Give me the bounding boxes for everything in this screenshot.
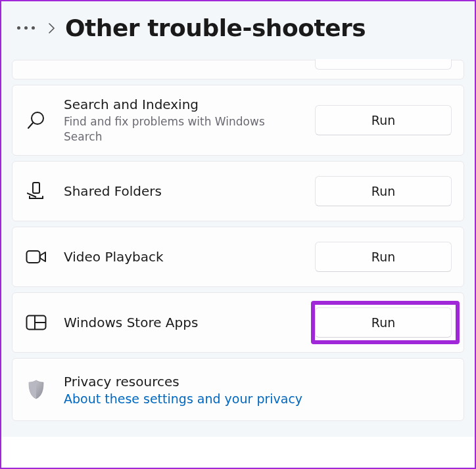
shield-icon [24, 379, 48, 400]
video-icon [24, 249, 48, 265]
card-windows-store-apps[interactable]: Windows Store Apps Run [12, 292, 464, 353]
card-shared-folders[interactable]: Shared Folders Run [12, 161, 464, 221]
run-button[interactable]: Run [315, 176, 452, 206]
shared-folders-icon [24, 181, 48, 201]
card-title: Privacy resources [64, 373, 452, 390]
settings-window: Other trouble-shooters Search and Indexi… [0, 0, 476, 469]
run-button[interactable]: Run [315, 242, 452, 272]
run-button[interactable]: Run [315, 307, 452, 338]
card-title: Shared Folders [64, 183, 299, 200]
card-subtitle: Find and fix problems with Windows Searc… [64, 114, 299, 145]
search-icon [24, 110, 48, 130]
card-title: Search and Indexing [64, 96, 299, 113]
breadcrumb-header: Other trouble-shooters [1, 1, 475, 60]
card-title: Windows Store Apps [64, 314, 299, 331]
card-privacy: Privacy resources About these settings a… [12, 358, 464, 421]
svg-line-1 [28, 123, 33, 128]
card-video-playback[interactable]: Video Playback Run [12, 227, 464, 287]
more-icon[interactable] [13, 26, 39, 30]
card-title: Video Playback [64, 248, 299, 265]
svg-rect-7 [27, 251, 40, 263]
svg-rect-2 [33, 183, 39, 193]
run-button-partial[interactable] [315, 59, 452, 70]
troubleshooter-list: Search and Indexing Find and fix problem… [1, 60, 475, 437]
apps-icon [24, 315, 48, 330]
card-search-indexing[interactable]: Search and Indexing Find and fix problem… [12, 85, 464, 156]
run-button[interactable]: Run [315, 105, 452, 135]
privacy-link[interactable]: About these settings and your privacy [64, 391, 302, 406]
card-partial [12, 60, 464, 79]
page-title: Other trouble-shooters [65, 14, 366, 41]
chevron-right-icon [48, 23, 56, 34]
